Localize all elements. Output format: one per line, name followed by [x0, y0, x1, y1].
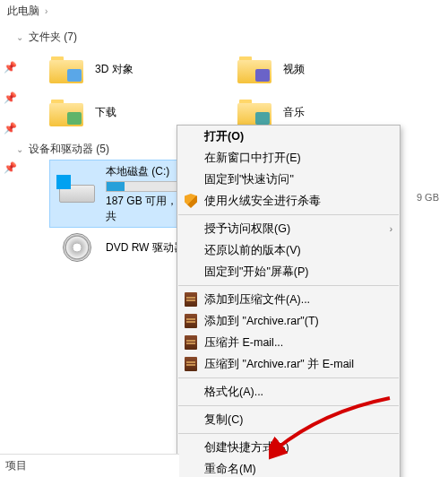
breadcrumb[interactable]: 此电脑 ›: [0, 0, 448, 22]
menu-rar-add-archive[interactable]: 添加到 "Archive.rar"(T): [177, 310, 400, 332]
menu-create-shortcut[interactable]: 创建快捷方式(S): [177, 437, 400, 458]
drive-item-dvd[interactable]: DVD RW 驱动器: [50, 227, 194, 268]
context-menu: 打开(O) 在新窗口中打开(E) 固定到"快速访问" 使用火绒安全进行杀毒 授予…: [177, 125, 401, 477]
menu-rar-email[interactable]: 压缩并 E-mail...: [177, 332, 400, 353]
folder-icon: [49, 100, 83, 126]
pin-icon: 📌: [4, 122, 17, 134]
menu-copy[interactable]: 复制(C): [177, 409, 400, 430]
breadcrumb-root[interactable]: 此电脑: [7, 4, 39, 19]
folder-label: 视频: [283, 63, 305, 77]
rar-icon: [185, 314, 197, 328]
menu-open-new-window[interactable]: 在新窗口中打开(E): [177, 147, 400, 169]
folder-item-video[interactable]: 视频: [233, 48, 421, 91]
menu-pin-quick-access[interactable]: 固定到"快速访问": [177, 169, 400, 190]
pin-icon: 📌: [4, 161, 17, 174]
caret-down-icon: ⌄: [16, 144, 23, 154]
menu-format[interactable]: 格式化(A)...: [177, 381, 400, 403]
caret-down-icon: ⌄: [16, 32, 23, 42]
folders-grid: 3D 对象 视频 下载 音乐: [0, 48, 448, 134]
dvd-icon: [63, 233, 91, 262]
drive-size-text: 9 GB: [417, 192, 439, 203]
menu-separator: [178, 377, 399, 378]
menu-restore-previous[interactable]: 还原以前的版本(V): [177, 239, 400, 261]
menu-separator: [178, 214, 399, 215]
windows-flag-icon: [56, 175, 71, 189]
shield-icon: [185, 194, 197, 208]
section-title: 设备和驱动器 (5): [29, 142, 109, 157]
menu-separator: [178, 433, 399, 434]
chevron-right-icon: ›: [45, 6, 47, 16]
folder-icon: [237, 56, 271, 83]
disk-icon: [59, 185, 95, 203]
section-header-folders[interactable]: ⌄ 文件夹 (7): [0, 22, 448, 48]
menu-rename[interactable]: 重命名(M): [177, 458, 400, 477]
folder-item-3d[interactable]: 3D 对象: [45, 48, 233, 91]
section-title: 文件夹 (7): [29, 30, 77, 45]
pin-icon: 📌: [4, 61, 17, 74]
folder-label: 3D 对象: [95, 63, 134, 77]
menu-separator: [178, 285, 399, 286]
chevron-right-icon: ›: [390, 224, 392, 234]
menu-rar-email-archive[interactable]: 压缩到 "Archive.rar" 并 E-mail: [177, 353, 400, 375]
folder-icon: [49, 56, 83, 83]
folder-label: 音乐: [283, 106, 305, 120]
pin-icon: 📌: [4, 91, 17, 104]
rar-icon: [185, 335, 197, 350]
status-bar: 项目: [0, 454, 179, 477]
rar-icon: [185, 292, 197, 307]
folder-label: 下载: [95, 106, 116, 120]
menu-huorong-scan[interactable]: 使用火绒安全进行杀毒: [177, 190, 400, 212]
menu-grant-access[interactable]: 授予访问权限(G)›: [177, 218, 400, 239]
menu-open[interactable]: 打开(O): [177, 126, 400, 147]
rar-icon: [185, 357, 197, 371]
menu-pin-start[interactable]: 固定到"开始"屏幕(P): [177, 261, 400, 282]
menu-separator: [178, 405, 399, 406]
menu-rar-add[interactable]: 添加到压缩文件(A)...: [177, 289, 400, 310]
folder-icon: [237, 100, 271, 126]
drive-item-c[interactable]: 本地磁盘 (C:) 187 GB 可用，共: [50, 160, 194, 227]
